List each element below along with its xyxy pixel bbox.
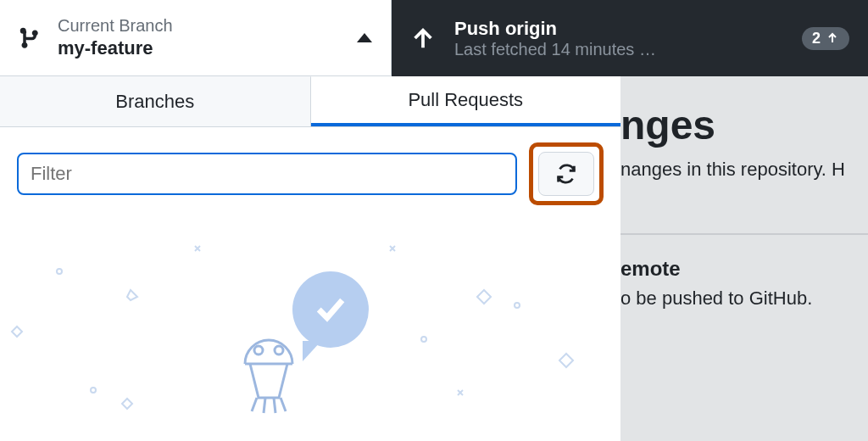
git-branch-icon xyxy=(19,26,42,50)
svg-line-8 xyxy=(281,398,286,411)
rp-section-text: o be pushed to GitHub. xyxy=(620,287,868,310)
svg-point-5 xyxy=(254,346,263,354)
rp-section-title: emote xyxy=(620,257,868,281)
branch-name: my-feature xyxy=(58,37,357,59)
refresh-highlight xyxy=(529,142,604,205)
rp-divider xyxy=(620,233,868,235)
upload-arrow-icon xyxy=(410,25,436,51)
rp-heading: nges xyxy=(620,76,868,155)
push-title: Push origin xyxy=(454,18,802,40)
push-count-badge: 2 xyxy=(802,27,849,50)
svg-line-7 xyxy=(252,398,257,411)
filter-input[interactable] xyxy=(17,153,517,195)
caret-up-icon xyxy=(357,33,372,42)
branch-label: Current Branch xyxy=(58,16,357,36)
push-count: 2 xyxy=(812,30,821,47)
svg-point-0 xyxy=(57,269,62,274)
svg-point-6 xyxy=(275,346,283,354)
robot-icon xyxy=(233,327,304,420)
obscured-right-panel: nges nanges in this repository. H emote … xyxy=(620,76,868,441)
refresh-button[interactable] xyxy=(538,152,594,196)
push-subtitle: Last fetched 14 minutes … xyxy=(454,40,802,59)
svg-line-10 xyxy=(274,398,275,413)
arrow-up-icon xyxy=(826,31,839,45)
sync-icon xyxy=(554,161,579,187)
svg-line-9 xyxy=(264,398,265,413)
tab-branches[interactable]: Branches xyxy=(0,76,311,126)
svg-point-1 xyxy=(91,388,96,393)
current-branch-selector[interactable]: Current Branch my-feature xyxy=(0,0,392,76)
svg-point-2 xyxy=(515,303,520,308)
tab-pull-requests[interactable]: Pull Requests xyxy=(311,76,621,126)
svg-point-3 xyxy=(421,337,426,342)
push-origin-button[interactable]: Push origin Last fetched 14 minutes … 2 xyxy=(392,0,868,76)
empty-state: You're all set! xyxy=(0,220,620,441)
rp-subtext: nanges in this repository. H xyxy=(620,155,868,181)
